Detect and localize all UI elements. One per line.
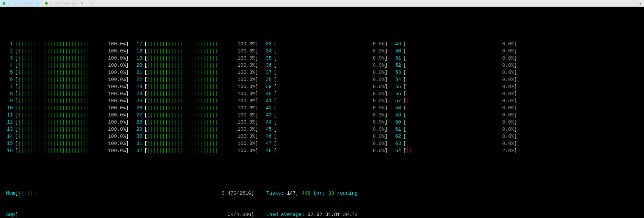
cpu-pct: 100.0% (237, 76, 255, 83)
tab-gpu-server2[interactable]: 2 GPU server2 × (42, 0, 87, 6)
mem-meter: Mem[|||||||9.47G/251G] (3, 190, 254, 197)
cpu-meter-29: 29[||||||||||||||||||||||||100.0%] (133, 126, 258, 133)
cpu-number: 15 (3, 140, 15, 147)
cpu-pct: 0.0% (502, 105, 514, 112)
cpu-bar: |||||||||||||||||||||||| (147, 76, 218, 83)
system-info: Mem[|||||||9.47G/251G] Swp[0K/4.00G] Tas… (3, 176, 641, 218)
cpu-number: 11 (3, 112, 15, 119)
cpu-number: 64 (392, 147, 403, 154)
cpu-pct: 100.0% (108, 133, 126, 140)
cpu-meter-54: 54[0.0%] (392, 76, 517, 83)
cpu-pct: 100.0% (237, 97, 255, 105)
cpu-number: 50 (392, 48, 403, 55)
cpu-bar: |||||||||||||||||||||||| (18, 69, 89, 76)
cpu-pct: 0.0% (502, 48, 514, 55)
cpu-number: 18 (133, 48, 144, 55)
cpu-meter-35: 35[0.0%] (262, 55, 388, 62)
cpu-number: 14 (3, 133, 15, 140)
cpu-meter-53: 53[0.0%] (392, 69, 517, 76)
cpu-bar: |||||||||||||||||||||||| (18, 41, 89, 48)
cpu-pct: 0.0% (502, 55, 514, 62)
cpu-bar: |||||||||||||||||||||||| (18, 76, 89, 83)
cpu-pct: 0.0% (373, 140, 385, 147)
cpu-bar: |||||||||||||||||||||||| (18, 119, 89, 126)
cpu-pct: 100.0% (237, 140, 255, 147)
cpu-meter-34: 34[0.0%] (262, 48, 388, 55)
cpu-bar: |||||||||||||||||||||||| (18, 90, 89, 97)
cpu-pct: 100.0% (108, 69, 126, 76)
cpu-meter-57: 57[|0.6%] (392, 97, 517, 105)
swp-meter: Swp[0K/4.00G] (3, 211, 254, 218)
cpu-pct: 100.0% (237, 83, 255, 90)
cpu-pct: 100.0% (108, 147, 126, 154)
tab-gpu-server[interactable]: 1 GPU server × (0, 0, 42, 6)
window-controls: ▾ (639, 1, 644, 6)
swp-label: Swp (3, 211, 15, 218)
htop-terminal[interactable]: 1[||||||||||||||||||||||||100.0%]2[|||||… (0, 7, 644, 218)
cpu-number: 58 (392, 105, 403, 112)
cpu-meter-3: 3[||||||||||||||||||||||||100.0%] (3, 55, 129, 62)
cpu-meter-24: 24[||||||||||||||||||||||||100.0%] (133, 90, 258, 97)
cpu-number: 5 (3, 69, 15, 76)
cpu-meter-60: 60[0.0%] (392, 119, 517, 126)
cpu-meter-62: 62[0.0%] (392, 133, 517, 140)
cpu-number: 39 (262, 83, 274, 90)
cpu-pct: 100.0% (108, 105, 126, 112)
cpu-pct: 100.0% (108, 76, 126, 83)
cpu-number: 19 (133, 55, 144, 62)
cpu-pct: 0.0% (373, 62, 385, 69)
cpu-meter-1: 1[||||||||||||||||||||||||100.0%] (3, 41, 129, 48)
cpu-number: 59 (392, 112, 403, 119)
cpu-number: 43 (262, 112, 274, 119)
cpu-pct: 100.0% (108, 48, 126, 55)
cpu-meter-40: 40[0.0%] (262, 90, 388, 97)
cpu-meter-2: 2[||||||||||||||||||||||||100.0%] (3, 48, 129, 55)
cpu-meter-25: 25[||||||||||||||||||||||||100.0%] (133, 97, 258, 105)
tab-label: GPU server (12, 1, 33, 6)
cpu-number: 16 (3, 147, 15, 154)
cpu-meter-21: 21[||||||||||||||||||||||||100.0%] (133, 69, 258, 76)
cpu-meter-30: 30[||||||||||||||||||||||||100.0%] (133, 133, 258, 140)
cpu-pct: 100.0% (237, 55, 255, 62)
cpu-number: 7 (3, 83, 15, 90)
cpu-number: 4 (3, 62, 15, 69)
cpu-bar: |||||||||||||||||||||||| (18, 126, 89, 133)
cpu-meters: 1[||||||||||||||||||||||||100.0%]2[|||||… (3, 41, 641, 154)
close-icon[interactable]: × (36, 1, 39, 6)
cpu-meter-46: 46[0.0%] (262, 133, 388, 140)
cpu-meter-38: 38[0.0%] (262, 76, 388, 83)
cpu-number: 52 (392, 62, 403, 69)
cpu-bar: |||||||||||||||||||||||| (147, 112, 218, 119)
cpu-meter-45: 45[0.0%] (262, 126, 388, 133)
load-line: Load average: 32.02 31.81 30.72 (266, 211, 358, 218)
cpu-pct: 0.0% (502, 62, 514, 69)
cpu-number: 32 (133, 147, 144, 154)
swp-value: 0K/4.00G (228, 211, 251, 218)
cpu-meter-14: 14[||||||||||||||||||||||||100.0%] (3, 133, 129, 140)
mem-label: Mem (3, 190, 15, 197)
cpu-meter-64: 64[||2.0%] (392, 147, 517, 154)
cpu-meter-28: 28[||||||||||||||||||||||||100.0%] (133, 119, 258, 126)
cpu-pct: 100.0% (237, 126, 255, 133)
cpu-number: 36 (262, 62, 274, 69)
new-tab-button[interactable]: + (87, 1, 95, 6)
cpu-meter-13: 13[||||||||||||||||||||||||100.0%] (3, 126, 129, 133)
cpu-number: 53 (392, 69, 403, 76)
cpu-bar: |||||||||||||||||||||||| (147, 126, 218, 133)
cpu-pct: 2.0% (502, 147, 514, 154)
cpu-pct: 100.0% (108, 112, 126, 119)
cpu-pct: 0.0% (502, 41, 514, 48)
cpu-pct: 100.0% (108, 140, 126, 147)
cpu-pct: 0.0% (373, 97, 385, 105)
close-icon[interactable]: × (81, 1, 84, 6)
cpu-meter-32: 32[||||||||||||||||||||||||100.0%] (133, 147, 258, 154)
cpu-pct: 0.0% (502, 126, 514, 133)
cpu-number: 33 (262, 41, 274, 48)
cpu-bar: |||||||||||||||||||||||| (18, 48, 89, 55)
window-menu-icon[interactable]: ▾ (639, 1, 641, 6)
cpu-pct: 0.0% (373, 90, 385, 97)
cpu-pct: 100.0% (108, 41, 126, 48)
cpu-pct: 0.6% (502, 97, 514, 105)
cpu-meter-15: 15[||||||||||||||||||||||||100.0%] (3, 140, 129, 147)
cpu-pct: 100.0% (237, 90, 255, 97)
